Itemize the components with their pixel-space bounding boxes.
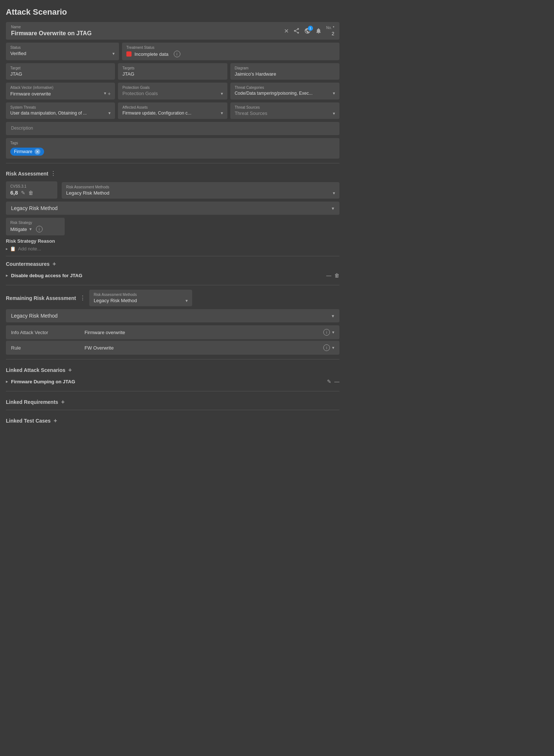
- treatment-status-label: Treatment Status: [126, 46, 335, 50]
- name-row: Name Firmware Overwrite on JTAG ✕ 1: [6, 22, 339, 40]
- countermeasure-1-title[interactable]: Disable debug access for JTAG: [11, 273, 323, 278]
- risk-strategy-info-icon[interactable]: i: [36, 226, 43, 232]
- threat-categories-field[interactable]: Threat Categories Code/Data tampering/po…: [230, 83, 339, 100]
- globe-icon[interactable]: 1: [304, 28, 311, 34]
- countermeasure-1-delete-icon[interactable]: 🗑: [334, 272, 339, 278]
- attack-vector-value: Firmware overwrite: [10, 91, 51, 97]
- threat-categories-label: Threat Categories: [235, 86, 335, 90]
- status-chevron-down-icon: ▾: [112, 51, 115, 56]
- info-attack-vector-value: Firmware overwrite: [84, 330, 321, 335]
- name-field-container: Name Firmware Overwrite on JTAG: [11, 25, 284, 37]
- info-attack-vector-chevron-down-icon[interactable]: ▾: [332, 330, 334, 335]
- threat-categories-value: Code/Data tampering/poisoning, Exec...: [235, 91, 313, 96]
- target-row: Target JTAG Targets JTAG Diagram Jaimico…: [6, 63, 339, 80]
- cvss-label: CVSS.3.1: [10, 184, 53, 188]
- countermeasure-expand-icon[interactable]: ▸: [6, 273, 8, 278]
- linked-scenario-1-minus-icon[interactable]: —: [334, 379, 339, 384]
- threat-categories-dropdown-row: Code/Data tampering/poisoning, Exec... ▾: [235, 91, 335, 96]
- remaining-legacy-method-row[interactable]: Legacy Risk Method ▾: [6, 309, 339, 322]
- divider-6: [6, 410, 339, 410]
- affected-assets-field[interactable]: Affected Assets Firmware update, Configu…: [118, 102, 227, 119]
- linked-attack-scenario-item-1: ▸ Firmware Dumping on JTAG ✎ —: [6, 376, 339, 387]
- no-field: No. * 2: [326, 26, 334, 36]
- cvss-block: CVSS.3.1 6,8 ✎ 🗑: [6, 181, 57, 199]
- rule-chevron-down-icon[interactable]: ▾: [332, 345, 334, 350]
- system-threats-label: System Threats: [10, 105, 111, 109]
- ram-chevron-down-icon: ▾: [333, 191, 335, 196]
- linked-test-cases-section: Linked Test Cases +: [6, 417, 339, 424]
- attack-vector-label: Attack Vector (informative): [10, 86, 111, 90]
- add-note-row[interactable]: ▸ 📋 Add note...: [6, 246, 339, 252]
- legacy-method-row[interactable]: Legacy Risk Method ▾: [6, 202, 339, 215]
- target-field[interactable]: Target JTAG: [6, 63, 115, 80]
- linked-scenario-1-edit-icon[interactable]: ✎: [327, 379, 331, 384]
- linked-attack-scenarios-add-icon[interactable]: +: [68, 367, 72, 373]
- cvss-value: 6,8: [10, 189, 18, 196]
- info-attack-vector-icons: i ▾: [321, 329, 334, 336]
- tag-chip-firmware[interactable]: Firmware ×: [10, 148, 44, 156]
- attack-vector-add-icon[interactable]: +: [108, 91, 111, 97]
- system-threats-field[interactable]: System Threats User data manipulation, O…: [6, 102, 115, 119]
- risk-strategy-reason-title: Risk Strategy Reason: [6, 238, 339, 244]
- attack-vector-chevron-down-icon: ▾: [104, 91, 106, 97]
- page-title: Attack Scenario: [6, 7, 339, 17]
- remaining-ram-chevron-down-icon: ▾: [186, 298, 188, 303]
- countermeasures-add-icon[interactable]: +: [53, 261, 56, 267]
- rule-icons: i ▾: [321, 344, 334, 351]
- linked-test-cases-add-icon[interactable]: +: [54, 417, 57, 424]
- notification-icon[interactable]: [315, 28, 322, 34]
- treatment-status-info-icon[interactable]: i: [174, 51, 180, 57]
- risk-assessment-section: Risk Assessment ⋮ CVSS.3.1 6,8 ✎ 🗑 Risk …: [6, 168, 339, 252]
- name-row-actions: ✕ 1 No. * 2: [284, 26, 334, 36]
- protection-goals-field[interactable]: Protection Goals Protection Goals ▾: [118, 83, 227, 100]
- attack-vector-field[interactable]: Attack Vector (informative) Firmware ove…: [6, 83, 115, 100]
- linked-scenario-expand-icon[interactable]: ▸: [6, 379, 8, 384]
- info-attack-vector-info-icon[interactable]: i: [323, 329, 330, 336]
- description-label: Description: [11, 126, 334, 131]
- close-icon[interactable]: ✕: [284, 28, 289, 35]
- threat-sources-placeholder: Threat Sources: [235, 111, 267, 116]
- remaining-ram-block[interactable]: Risk Assessment Methods Legacy Risk Meth…: [89, 290, 192, 306]
- targets-field[interactable]: Targets JTAG: [118, 63, 227, 80]
- affected-assets-dropdown-row: Firmware update, Configuration c... ▾: [122, 111, 223, 116]
- cvss-value-row: 6,8 ✎ 🗑: [10, 189, 53, 196]
- divider-4: [6, 359, 339, 359]
- rule-label: Rule: [11, 345, 84, 351]
- rule-info-icon[interactable]: i: [323, 344, 330, 351]
- treatment-status-field[interactable]: Treatment Status Incomplete data i: [122, 43, 339, 60]
- treatment-status-content: Incomplete data i: [126, 51, 335, 57]
- risk-assessment-menu-icon[interactable]: ⋮: [50, 170, 56, 177]
- name-value[interactable]: Firmware Overwrite on JTAG: [11, 30, 284, 37]
- diagram-field[interactable]: Diagram Jaimico's Hardware: [230, 63, 339, 80]
- status-field[interactable]: Status Verified ▾: [6, 43, 119, 60]
- tags-field: Tags Firmware ×: [6, 138, 339, 159]
- countermeasures-section: Countermeasures + ▸ Disable debug access…: [6, 261, 339, 281]
- status-row: Status Verified ▾ Treatment Status Incom…: [6, 43, 339, 60]
- countermeasure-1-minus-icon[interactable]: —: [326, 272, 331, 278]
- threat-sources-dropdown-row: Threat Sources ▾: [235, 111, 335, 116]
- target-value: JTAG: [10, 71, 111, 77]
- cvss-edit-icon[interactable]: ✎: [21, 190, 25, 196]
- countermeasures-title: Countermeasures: [6, 261, 50, 267]
- divider-5: [6, 391, 339, 391]
- threat-sources-field[interactable]: Threat Sources Threat Sources ▾: [230, 102, 339, 119]
- remaining-risk-menu-icon[interactable]: ⋮: [80, 294, 86, 301]
- ram-block[interactable]: Risk Assessment Methods Legacy Risk Meth…: [62, 182, 339, 199]
- name-label: Name: [11, 25, 284, 29]
- share-icon[interactable]: [293, 28, 300, 34]
- description-field[interactable]: Description: [6, 122, 339, 135]
- countermeasures-header: Countermeasures +: [6, 261, 339, 267]
- linked-scenario-1-title[interactable]: Firmware Dumping on JTAG: [11, 379, 324, 384]
- cvss-delete-icon[interactable]: 🗑: [28, 190, 33, 196]
- tag-chip-firmware-close-icon[interactable]: ×: [35, 149, 40, 155]
- risk-strategy-label: Risk Strategy: [10, 221, 60, 225]
- risk-strategy-block[interactable]: Risk Strategy Mitigate ▾ i: [6, 218, 65, 235]
- globe-badge: 1: [308, 26, 313, 31]
- linked-test-cases-header: Linked Test Cases +: [6, 417, 339, 424]
- no-value[interactable]: 2: [332, 31, 334, 36]
- status-label: Status: [10, 46, 115, 50]
- info-attack-vector-label: Info Attack Vector: [11, 330, 84, 335]
- ram-dropdown-row: Legacy Risk Method ▾: [66, 190, 335, 196]
- status-value: Verified: [10, 51, 26, 56]
- linked-requirements-add-icon[interactable]: +: [61, 399, 64, 405]
